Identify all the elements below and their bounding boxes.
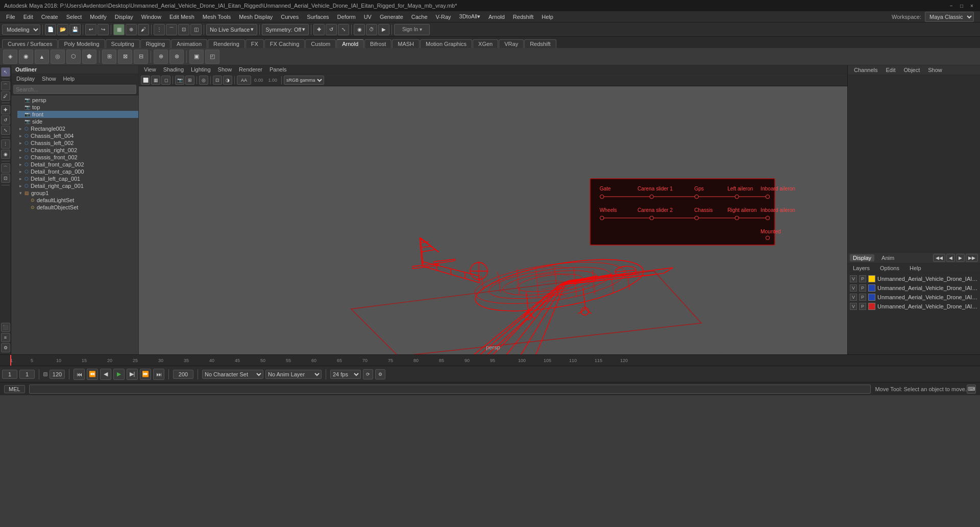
snap-surface-button[interactable]: ◫ [190,24,202,35]
outliner-item-rectangle002[interactable]: ▸ ⬡ Rectangle002 [17,125,138,132]
shelf-tab-redshift[interactable]: Redshift [524,39,556,48]
layers-next-step[interactable]: ▶ [956,254,965,262]
menu-edit-mesh[interactable]: Edit Mesh [165,13,199,21]
outliner-item-chassis-left-004[interactable]: ▸ ⬡ Chassis_left_004 [17,132,138,139]
menu-mesh-tools[interactable]: Mesh Tools [199,13,235,21]
vp-tb-isolate[interactable]: ◎ [199,76,208,85]
layer-visibility-3[interactable]: V [850,294,857,301]
no-anim-layer-select[interactable]: No Anim Layer [265,370,322,379]
timeline-area[interactable]: 1 5 10 15 20 25 30 35 40 45 50 55 60 65 … [0,354,980,366]
command-line[interactable] [29,385,871,394]
sign-in-button[interactable]: Sign In ▾ [394,24,430,35]
scale-lt-tool[interactable]: ⤡ [1,126,10,135]
go-to-end-button[interactable]: ⏭ [153,369,164,380]
shelf-icon-4[interactable]: ◎ [51,50,65,64]
redo-button[interactable]: ↪ [97,24,109,35]
layers-next-btn[interactable]: ▶▶ [966,254,978,262]
step-forward-button[interactable]: ⏩ [140,369,151,380]
live-surface-select[interactable]: No Live Surface ▾ [206,24,257,35]
fps-select[interactable]: 24 fps [330,370,361,379]
shelf-tab-vray[interactable]: VRay [499,39,524,48]
layers-menu-help[interactable]: Help [906,265,924,272]
vp-menu-lighting[interactable]: Lighting [188,66,214,73]
snap-curve-button[interactable]: ⌒ [166,24,177,35]
layer-playback-3[interactable]: P [859,294,866,301]
menu-cache[interactable]: Cache [407,13,432,21]
lasso-tool[interactable]: ⌒ [1,81,10,90]
frame-start-input[interactable] [2,370,17,379]
menu-surfaces[interactable]: Surfaces [303,13,333,21]
menu-mesh-display[interactable]: Mesh Display [235,13,277,21]
cb-channels[interactable]: Channels [852,66,879,74]
menu-uv[interactable]: UV [360,13,376,21]
outliner-item-persp[interactable]: 📷 persp [17,97,138,104]
layers-tab-anim[interactable]: Anim [878,254,897,261]
no-character-set-select[interactable]: No Character Set [202,370,263,379]
shelf-tab-sculpting[interactable]: Sculpting [106,39,140,48]
undo-button[interactable]: ↩ [85,24,96,35]
rotate-tool-button[interactable]: ↺ [326,24,337,35]
move-lt-tool[interactable]: ✚ [1,105,10,114]
autokey-button[interactable]: ⟳ [363,369,373,379]
render-button[interactable]: ▶ [378,24,389,35]
layer-visibility-1[interactable]: V [850,275,857,282]
workspace-select[interactable]: Maya Classic [925,12,974,22]
menu-display[interactable]: Display [111,13,137,21]
vp-gamma-select[interactable]: sRGB gamma [284,76,324,85]
shelf-icon-6[interactable]: ⬟ [82,50,96,64]
menu-vray[interactable]: V-Ray [432,13,455,21]
shelf-icon-3[interactable]: ▲ [35,50,49,64]
shelf-tab-arnold[interactable]: Arnold [336,39,364,48]
outliner-menu-show[interactable]: Show [39,75,59,82]
outliner-item-defaultlightset[interactable]: ⊙ defaultLightSet [23,197,138,204]
settings-lt-btn[interactable]: ⚙ [1,343,10,352]
vp-tb-silhouette[interactable]: ◑ [223,76,232,85]
vp-menu-shading[interactable]: Shading [160,66,187,73]
surface-lt-tool[interactable]: ⊡ [1,174,10,183]
new-file-button[interactable]: 📄 [45,24,56,35]
layers-menu-options[interactable]: Options [877,265,902,272]
menu-arnold[interactable]: Arnold [484,13,509,21]
go-to-start-button[interactable]: ⏮ [74,369,85,380]
outliner-item-detail-right-cap-001[interactable]: ▸ ⬡ Detail_right_cap_001 [17,182,138,189]
menu-help[interactable]: Help [537,13,557,21]
shelf-tab-curves[interactable]: Curves / Surfaces [2,39,58,48]
layer-item-2[interactable]: V P Unmanned_Aerial_Vehicle_Drone_IAI_Ei… [848,283,980,293]
menu-3dtoall[interactable]: 3DtoAll▾ [455,12,484,21]
shelf-tab-animation[interactable]: Animation [171,39,207,48]
timeline-cursor[interactable] [10,355,11,366]
layers-menu-layers[interactable]: Layers [850,265,873,272]
vp-tb-shaded[interactable]: ▦ [151,76,160,85]
minimize-button[interactable]: − [947,2,955,10]
shelf-icon-1[interactable]: ◈ [3,50,17,64]
layer-visibility-4[interactable]: V [850,303,857,310]
shelf-icon-7[interactable]: ⊞ [102,50,116,64]
shelf-icon-9[interactable]: ⊟ [134,50,148,64]
shelf-tab-poly[interactable]: Poly Modeling [58,39,105,48]
menu-generate[interactable]: Generate [376,13,407,21]
lasso-mode-button[interactable]: ⊕ [126,24,137,35]
step-back-frame-button[interactable]: ◀ [100,369,111,380]
shelf-tab-fx[interactable]: FX [246,39,264,48]
shelf-icon-2[interactable]: ◉ [19,50,33,64]
snap-lt-tool[interactable]: ⋮ [1,139,10,149]
layer-playback-2[interactable]: P [859,284,866,292]
layer-item-3[interactable]: V P Unmanned_Aerial_Vehicle_Drone_IAI_Ei… [848,293,980,302]
cb-object[interactable]: Object [901,66,922,74]
shelf-tab-bifrost[interactable]: Bifrost [364,39,391,48]
scale-tool-button[interactable]: ⤡ [338,24,349,35]
vp-menu-renderer[interactable]: Renderer [236,66,265,73]
preferences-button[interactable]: ⚙ [375,369,385,379]
symmetry-select[interactable]: Symmetry: Off ▾ [262,24,309,35]
layers-prev-btn[interactable]: ◀◀ [933,254,945,262]
shelf-icon-8[interactable]: ⊠ [118,50,132,64]
menu-edit[interactable]: Edit [19,13,37,21]
soft-lt-tool[interactable]: ◉ [1,150,10,159]
frame-current-input[interactable] [19,370,35,379]
layer-item-4[interactable]: V P Unmanned_Aerial_Vehicle_Drone_IAI_Ei… [848,302,980,311]
vp-tb-cam[interactable]: 📷 [175,76,184,85]
cb-show[interactable]: Show [926,66,944,74]
outliner-item-detail-front-cap-000[interactable]: ▸ ⬡ Detail_front_cap_000 [17,168,138,175]
status-end-button[interactable]: ⌨ [967,385,976,394]
vp-menu-show[interactable]: Show [215,66,235,73]
